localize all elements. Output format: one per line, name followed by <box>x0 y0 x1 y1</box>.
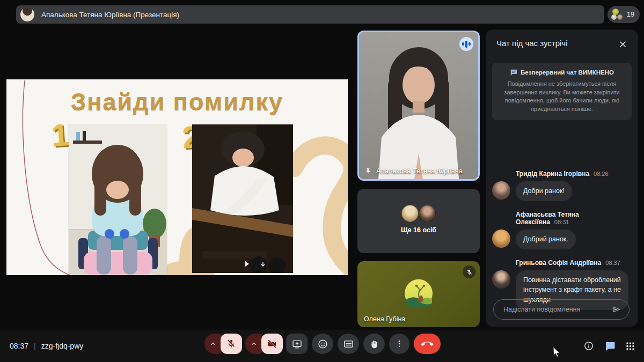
chat-notice: Безперервний чат ВИМКНЕНО Повідомлення н… <box>492 63 632 120</box>
message-time: 08:37 <box>605 260 620 266</box>
chat-bubble-icon <box>510 69 517 76</box>
slide-title: Знайди помилку <box>6 88 348 116</box>
meeting-code: zzg-fjdq-pwy <box>41 342 84 350</box>
message-author: Гриньова Софія Андріївна <box>516 259 601 267</box>
mic-off-icon <box>226 338 237 349</box>
chat-panel: Чат під час зустрічі Безперервний чат ВИ… <box>486 29 638 327</box>
present-icon <box>291 338 303 350</box>
apps-grid-button[interactable] <box>623 330 638 362</box>
slide-image-2 <box>192 124 293 273</box>
presenter-video <box>359 32 478 179</box>
overflow-avatar-2 <box>419 205 436 222</box>
presenter-tile-name: Апалькова Тетяна Юріївна <box>376 167 463 175</box>
avatar <box>492 270 510 289</box>
presenting-now-pill[interactable]: Апалькова Тетяна Юріївна (Презентація) <box>16 5 604 24</box>
bottom-bar: 08:37 | zzg-fjdq-pwy <box>0 330 644 362</box>
google-meet-window: Апалькова Тетяна Юріївна (Презентація) 1… <box>0 0 644 362</box>
avatar <box>492 230 510 248</box>
overflow-avatar-1 <box>401 205 419 222</box>
smiley-icon <box>317 338 328 350</box>
chat-icon <box>604 341 616 352</box>
chat-message-input[interactable] <box>502 305 610 314</box>
mic-options-button[interactable] <box>204 334 222 354</box>
video-tile-presenter[interactable]: Апалькова Тетяна Юріївна <box>357 31 480 181</box>
avatar <box>492 181 510 200</box>
more-options-icon <box>394 339 404 349</box>
camera-options-button[interactable] <box>245 334 262 354</box>
close-icon <box>618 40 627 49</box>
end-call-icon <box>421 337 434 350</box>
chat-messages: Тридід Карина Ігорівна08:26 Добри ранок!… <box>492 169 633 319</box>
slide-number-1: 1 <box>50 116 70 153</box>
chevron-up-icon <box>250 339 258 348</box>
presenting-label: Апалькова Тетяна Юріївна (Презентація) <box>41 11 179 19</box>
chat-input-container <box>493 299 630 320</box>
chevron-up-icon <box>209 339 217 348</box>
message-author: Афанасьєва Тетяна Олексіївна <box>516 211 579 226</box>
message-time: 08:31 <box>554 219 569 225</box>
camera-off-button[interactable] <box>261 334 283 354</box>
more-options-button[interactable] <box>389 334 409 354</box>
pin-icon <box>364 167 372 175</box>
mic-mute-button[interactable] <box>221 334 242 354</box>
clock-time: 08:37 <box>10 342 28 350</box>
slide-image-1 <box>69 124 167 275</box>
reactions-button[interactable] <box>312 334 333 354</box>
captions-button[interactable] <box>338 334 359 354</box>
participant-muted-icon <box>463 265 475 278</box>
video-tile-olena[interactable]: Олена Губіна <box>357 261 480 327</box>
send-message-button[interactable] <box>610 302 624 316</box>
apps-grid-icon <box>625 341 635 351</box>
olena-tile-name: Олена Губіна <box>364 315 405 323</box>
message-bubble: Добрий ранок. <box>516 230 576 249</box>
chat-toggle-button[interactable] <box>602 330 617 362</box>
message-author: Тридід Карина Ігорівна <box>516 170 589 178</box>
chat-notice-title: Безперервний чат ВИМКНЕНО <box>521 69 614 76</box>
captions-icon <box>343 338 354 350</box>
meeting-details-button[interactable] <box>581 330 596 362</box>
meta-separator: | <box>34 342 36 350</box>
chat-notice-body: Повідомлення не зберігатимуться після за… <box>500 80 624 113</box>
chat-message: Тридід Карина Ігорівна08:26 Добри ранок! <box>492 169 633 201</box>
chat-close-button[interactable] <box>616 37 630 51</box>
olena-avatar <box>404 278 433 307</box>
raise-hand-icon <box>369 338 379 349</box>
camera-off-icon <box>267 338 278 350</box>
presenter-avatar <box>20 8 34 21</box>
send-icon <box>611 304 622 315</box>
end-call-button[interactable] <box>414 334 441 354</box>
overflow-count-label: Ще 16 осіб <box>357 226 480 234</box>
info-icon <box>583 341 594 351</box>
participant-avatars <box>611 9 624 20</box>
raise-hand-button[interactable] <box>363 334 385 354</box>
message-bubble: Добри ранок! <box>516 181 572 201</box>
video-tile-overflow[interactable]: Ще 16 осіб <box>357 189 480 253</box>
chat-panel-title: Чат під час зустрічі <box>496 39 567 48</box>
participants-pill[interactable]: 19 <box>608 6 640 23</box>
message-time: 08:26 <box>594 171 609 177</box>
meeting-meta: 08:37 | zzg-fjdq-pwy <box>10 330 83 362</box>
chat-message: Афанасьєва Тетяна Олексіївна08:31 Добрий… <box>492 210 633 249</box>
audio-activity-icon <box>459 37 473 51</box>
participant-count: 19 <box>627 11 634 18</box>
present-screen-button[interactable] <box>286 334 308 354</box>
presentation-stage: Знайди помилку 1 2 <box>6 79 348 275</box>
